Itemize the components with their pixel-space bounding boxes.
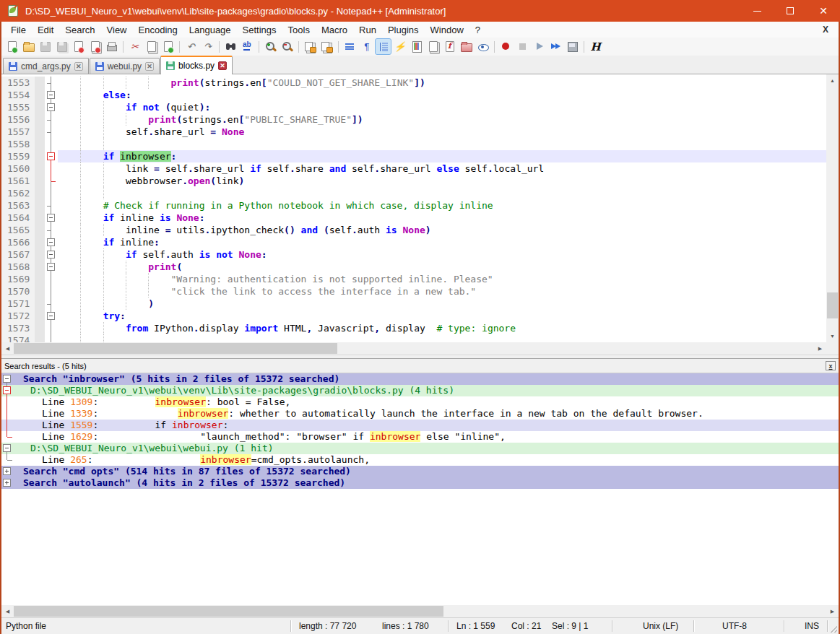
fold-margin[interactable] bbox=[1, 477, 22, 489]
fold-margin[interactable] bbox=[45, 199, 58, 212]
scroll-down-arrow-icon[interactable]: ▼ bbox=[826, 330, 839, 342]
code-text[interactable]: if self.auth is not None: bbox=[58, 248, 826, 261]
fold-margin[interactable] bbox=[45, 285, 58, 298]
bookmark-margin[interactable] bbox=[35, 298, 45, 310]
plugin-h-button[interactable]: H bbox=[588, 39, 603, 54]
bookmark-margin[interactable] bbox=[35, 248, 45, 261]
fold-collapse-icon[interactable] bbox=[47, 263, 55, 271]
code-text[interactable] bbox=[58, 138, 826, 150]
fold-margin[interactable] bbox=[1, 466, 22, 477]
fold-margin[interactable] bbox=[45, 224, 58, 236]
fold-margin[interactable] bbox=[45, 138, 58, 150]
fold-collapse-icon[interactable] bbox=[3, 386, 11, 394]
search-result-hit-row[interactable]: Line 1629: "launch_method": "browser" if… bbox=[1, 431, 839, 443]
horizontal-scrollbar-thumb[interactable] bbox=[14, 343, 337, 354]
bookmark-margin[interactable] bbox=[35, 77, 45, 89]
code-line[interactable]: 1564 if inline is None: bbox=[1, 212, 826, 224]
code-text[interactable]: from IPython.display import HTML, Javasc… bbox=[58, 322, 826, 334]
menu-item-settings[interactable]: Settings bbox=[237, 23, 282, 37]
bookmark-margin[interactable] bbox=[35, 113, 45, 126]
fold-margin[interactable] bbox=[45, 334, 58, 342]
code-line[interactable]: 1571 ) bbox=[1, 298, 826, 310]
fold-margin[interactable] bbox=[1, 420, 22, 431]
code-editor[interactable]: 1553 print(strings.en["COULD_NOT_GET_SHA… bbox=[1, 74, 839, 342]
open-file-button[interactable] bbox=[21, 39, 36, 54]
minimize-button[interactable] bbox=[740, 0, 774, 22]
bookmark-margin[interactable] bbox=[35, 310, 45, 322]
menu-item-file[interactable]: File bbox=[5, 23, 32, 37]
code-line[interactable]: 1572 try: bbox=[1, 310, 826, 322]
fold-margin[interactable] bbox=[45, 248, 58, 261]
code-text[interactable]: else: bbox=[58, 89, 826, 101]
redo-button[interactable]: ↷ bbox=[200, 39, 215, 54]
bookmark-margin[interactable] bbox=[35, 89, 45, 101]
define-language-button[interactable]: ⚡ bbox=[392, 39, 407, 54]
fold-collapse-icon[interactable] bbox=[3, 375, 11, 383]
fold-margin[interactable] bbox=[45, 310, 58, 322]
editor-horizontal-scrollbar[interactable]: ◀ ▶ bbox=[1, 342, 839, 355]
horizontal-scrollbar-thumb[interactable] bbox=[14, 606, 443, 617]
close-button[interactable]: ✕ bbox=[807, 0, 840, 22]
scroll-right-arrow-icon[interactable]: ▶ bbox=[826, 605, 839, 617]
close-all-button[interactable] bbox=[87, 39, 103, 54]
fold-collapse-icon[interactable] bbox=[47, 238, 55, 246]
fold-collapse-icon[interactable] bbox=[3, 444, 11, 452]
status-eol-format[interactable]: Unix (LF) bbox=[643, 621, 678, 631]
macro-run-multiple-button[interactable] bbox=[548, 39, 563, 54]
function-list-button[interactable] bbox=[442, 39, 457, 54]
editor-rows[interactable]: 1553 print(strings.en["COULD_NOT_GET_SHA… bbox=[1, 74, 826, 342]
fold-margin[interactable] bbox=[45, 212, 58, 224]
code-text[interactable]: webbrowser.open(link) bbox=[58, 175, 826, 187]
menu-item-language[interactable]: Language bbox=[183, 23, 237, 37]
paste-button[interactable] bbox=[160, 39, 176, 54]
fold-margin[interactable] bbox=[45, 126, 58, 138]
status-insert-mode[interactable]: INS bbox=[805, 621, 819, 631]
fold-margin[interactable] bbox=[45, 175, 58, 187]
bookmark-margin[interactable] bbox=[35, 322, 45, 334]
code-line[interactable]: 1560 link = self.share_url if self.share… bbox=[1, 162, 826, 175]
bookmark-margin[interactable] bbox=[35, 162, 45, 175]
code-text[interactable]: print(strings.en["COULD_NOT_GET_SHARE_LI… bbox=[58, 77, 826, 89]
bookmark-margin[interactable] bbox=[35, 187, 45, 199]
cut-button[interactable]: ✂ bbox=[127, 39, 142, 54]
fold-margin[interactable] bbox=[45, 113, 58, 126]
bookmark-margin[interactable] bbox=[35, 175, 45, 187]
code-line[interactable]: 1561 webbrowser.open(link) bbox=[1, 175, 826, 187]
code-text[interactable]: link = self.share_url if self.share and … bbox=[58, 162, 826, 175]
fold-margin[interactable] bbox=[1, 385, 22, 396]
bookmark-margin[interactable] bbox=[35, 334, 45, 342]
search-result-hit-row[interactable]: Line 1339: inbrowser: whether to automat… bbox=[1, 408, 839, 420]
fold-collapse-icon[interactable] bbox=[47, 312, 55, 320]
tab-close-icon[interactable]: ✕ bbox=[145, 62, 154, 71]
fold-margin[interactable] bbox=[45, 89, 58, 101]
code-line[interactable]: 1555 if not (quiet): bbox=[1, 101, 826, 113]
tab-webui-py[interactable]: webui.py✕ bbox=[90, 58, 160, 74]
editor-vertical-scrollbar[interactable]: ▲ ▼ bbox=[826, 74, 839, 342]
fold-collapse-icon[interactable] bbox=[47, 152, 55, 160]
close-file-button[interactable] bbox=[71, 39, 86, 54]
fold-expand-icon[interactable] bbox=[3, 479, 11, 487]
code-text[interactable]: self.share_url = None bbox=[58, 126, 826, 138]
code-line[interactable]: 1568 print( bbox=[1, 261, 826, 273]
maximize-button[interactable] bbox=[774, 0, 807, 22]
zoom-in-button[interactable] bbox=[263, 39, 278, 54]
document-close-x-button[interactable]: X bbox=[823, 25, 828, 35]
macro-record-button[interactable] bbox=[498, 39, 514, 54]
code-text[interactable]: "Warning: authentication is not supporte… bbox=[58, 273, 826, 285]
code-text[interactable]: "click the link to access the interface … bbox=[58, 285, 826, 298]
code-line[interactable]: 1554 else: bbox=[1, 89, 826, 101]
fold-margin[interactable] bbox=[1, 454, 22, 466]
bookmark-margin[interactable] bbox=[35, 285, 45, 298]
bookmark-margin[interactable] bbox=[35, 199, 45, 212]
copy-button[interactable] bbox=[144, 39, 159, 54]
resize-grip-icon[interactable] bbox=[830, 625, 837, 633]
search-result-file-row[interactable]: D:\SD_WEBUI_Neuro_v1\webui\venv\Lib\site… bbox=[1, 385, 839, 396]
code-text[interactable]: print(strings.en["PUBLIC_SHARE_TRUE"]) bbox=[58, 113, 826, 126]
macro-save-button[interactable] bbox=[565, 39, 580, 54]
fold-margin[interactable] bbox=[1, 431, 22, 443]
menu-item-encoding[interactable]: Encoding bbox=[133, 23, 183, 37]
code-text[interactable]: inline = utils.ipython_check() and (self… bbox=[58, 224, 826, 236]
menu-item-edit[interactable]: Edit bbox=[32, 23, 59, 37]
code-text[interactable] bbox=[58, 334, 826, 342]
code-text[interactable]: if not (quiet): bbox=[58, 101, 826, 113]
